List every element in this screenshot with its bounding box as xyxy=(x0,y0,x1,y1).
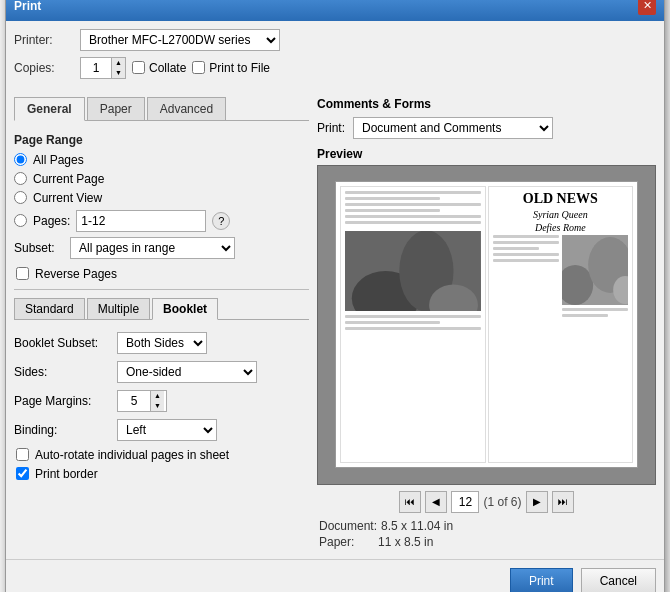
booklet-fields: Booklet Subset: Both Sides Sides: One-si… xyxy=(14,328,309,490)
fake-line xyxy=(345,315,481,318)
preview-label: Preview xyxy=(317,147,656,161)
copies-field: ▲ ▼ xyxy=(80,57,126,79)
print-select[interactable]: Document and Comments xyxy=(353,117,553,139)
copies-up-button[interactable]: ▲ xyxy=(111,58,125,68)
fake-line xyxy=(493,259,559,262)
dialog-body: General Paper Advanced Page Range All Pa… xyxy=(6,89,664,559)
print-border-row: Print border xyxy=(14,467,309,481)
margins-input[interactable] xyxy=(118,391,150,411)
nav-last-button[interactable]: ⏭ xyxy=(552,491,574,513)
pages-row: Pages: ? xyxy=(14,210,309,232)
subset-row: Subset: All pages in range xyxy=(14,237,309,259)
preview-left-image xyxy=(345,231,481,311)
auto-rotate-row: Auto-rotate individual pages in sheet xyxy=(14,448,309,462)
title-bar: Print ✕ xyxy=(6,0,664,21)
right-panel: Comments & Forms Print: Document and Com… xyxy=(317,97,656,551)
tab-general[interactable]: General xyxy=(14,97,85,121)
print-dialog: Print ✕ Printer: Brother MFC-L2700DW ser… xyxy=(5,0,665,592)
copies-label: Copies: xyxy=(14,61,74,75)
print-row: Print: Document and Comments xyxy=(317,117,656,139)
dialog-footer: Print Cancel xyxy=(6,559,664,593)
copies-down-button[interactable]: ▼ xyxy=(111,68,125,78)
pages-input[interactable] xyxy=(76,210,206,232)
booklet-subset-select[interactable]: Both Sides xyxy=(117,332,207,354)
sides-label: Sides: xyxy=(14,365,109,379)
current-page-label: Current Page xyxy=(33,172,104,186)
document-label: Document: xyxy=(319,519,377,533)
fake-line xyxy=(345,321,440,324)
preview-subheadline2: Defies Rome xyxy=(493,222,629,233)
print-label: Print: xyxy=(317,121,345,135)
tab-advanced[interactable]: Advanced xyxy=(147,97,226,120)
print-button[interactable]: Print xyxy=(510,568,573,593)
margins-label: Page Margins: xyxy=(14,394,109,408)
nav-prev-button[interactable]: ◀ xyxy=(425,491,447,513)
left-panel: General Paper Advanced Page Range All Pa… xyxy=(14,97,309,551)
all-pages-row: All Pages xyxy=(14,153,309,167)
fake-line xyxy=(345,327,481,330)
nav-first-button[interactable]: ⏮ xyxy=(399,491,421,513)
preview-right-image xyxy=(562,235,628,305)
preview-section: Preview xyxy=(317,147,656,549)
collate-checkbox-label[interactable]: Collate xyxy=(132,61,186,75)
print-to-file-label[interactable]: Print to File xyxy=(192,61,270,75)
fake-line xyxy=(493,241,559,244)
binding-label: Binding: xyxy=(14,423,109,437)
tab-paper[interactable]: Paper xyxy=(87,97,145,120)
tab-multiple[interactable]: Multiple xyxy=(87,298,150,319)
cancel-button[interactable]: Cancel xyxy=(581,568,656,593)
pages-label: Pages: xyxy=(33,214,70,228)
dialog-title: Print xyxy=(14,0,41,13)
subset-select[interactable]: All pages in range xyxy=(70,237,235,259)
printer-label: Printer: xyxy=(14,33,74,47)
inner-tabs: Standard Multiple Booklet xyxy=(14,298,309,320)
current-view-row: Current View xyxy=(14,191,309,205)
margins-down-button[interactable]: ▼ xyxy=(150,401,164,411)
preview-subheadline1: Syrian Queen xyxy=(493,209,629,220)
fake-line xyxy=(562,314,608,317)
print-border-checkbox[interactable] xyxy=(16,467,29,480)
copies-input[interactable] xyxy=(81,58,111,78)
printer-select[interactable]: Brother MFC-L2700DW series xyxy=(80,29,280,51)
sides-row: Sides: One-sided xyxy=(14,361,309,383)
auto-rotate-checkbox[interactable] xyxy=(16,448,29,461)
pages-radio[interactable] xyxy=(14,214,27,227)
general-tab-content: Page Range All Pages Current Page Curren… xyxy=(14,129,309,494)
print-to-file-checkbox[interactable] xyxy=(192,61,205,74)
margins-field: ▲ ▼ xyxy=(117,390,167,412)
current-view-radio[interactable] xyxy=(14,191,27,204)
help-button[interactable]: ? xyxy=(212,212,230,230)
auto-rotate-label: Auto-rotate individual pages in sheet xyxy=(35,448,229,462)
current-page-row: Current Page xyxy=(14,172,309,186)
all-pages-label: All Pages xyxy=(33,153,84,167)
preview-page-left xyxy=(340,186,486,462)
booklet-subset-row: Booklet Subset: Both Sides xyxy=(14,332,309,354)
fake-line xyxy=(493,235,559,238)
preview-box: OLD NEWS Syrian Queen Defies Rome xyxy=(317,165,656,485)
fake-line xyxy=(493,247,539,250)
paper-label: Paper: xyxy=(319,535,374,549)
binding-row: Binding: Left xyxy=(14,419,309,441)
close-button[interactable]: ✕ xyxy=(638,0,656,15)
fake-line xyxy=(345,209,440,212)
margins-up-button[interactable]: ▲ xyxy=(150,391,164,401)
nav-next-button[interactable]: ▶ xyxy=(526,491,548,513)
tab-booklet[interactable]: Booklet xyxy=(152,298,218,320)
preview-page-right: OLD NEWS Syrian Queen Defies Rome xyxy=(488,186,634,462)
reverse-pages-label: Reverse Pages xyxy=(35,267,117,281)
sides-select[interactable]: One-sided xyxy=(117,361,257,383)
paper-value: 11 x 8.5 in xyxy=(378,535,433,549)
fake-line xyxy=(562,308,628,311)
tab-standard[interactable]: Standard xyxy=(14,298,85,319)
margins-row: Page Margins: ▲ ▼ xyxy=(14,390,309,412)
binding-select[interactable]: Left xyxy=(117,419,217,441)
nav-row: ⏮ ◀ (1 of 6) ▶ ⏭ xyxy=(317,491,656,513)
all-pages-radio[interactable] xyxy=(14,153,27,166)
reverse-pages-checkbox[interactable] xyxy=(16,267,29,280)
booklet-subset-label: Booklet Subset: xyxy=(14,336,109,350)
fake-line xyxy=(345,215,481,218)
nav-page-input[interactable] xyxy=(451,491,479,513)
current-page-radio[interactable] xyxy=(14,172,27,185)
collate-checkbox[interactable] xyxy=(132,61,145,74)
main-tabs: General Paper Advanced xyxy=(14,97,309,121)
